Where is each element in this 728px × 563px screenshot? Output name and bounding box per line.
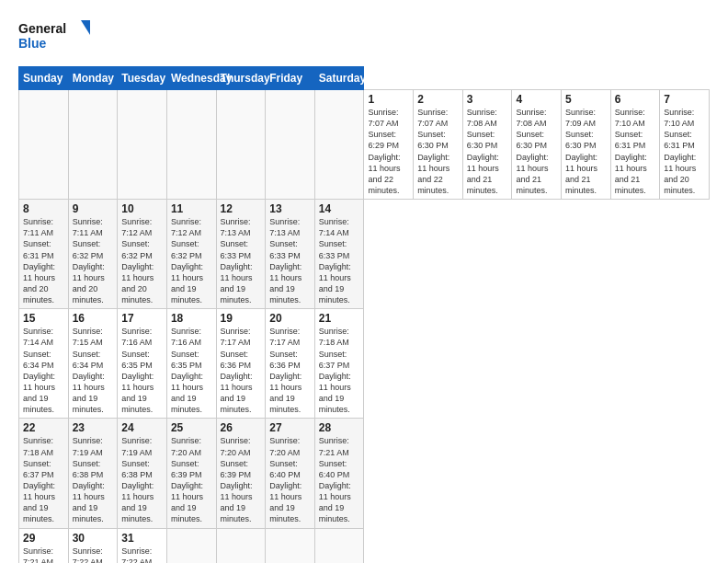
- day-info: Sunrise: 7:08 AMSunset: 6:30 PMDaylight:…: [516, 107, 557, 196]
- calendar-cell: 6 Sunrise: 7:10 AMSunset: 6:31 PMDayligh…: [610, 90, 660, 200]
- day-number: 6: [615, 93, 656, 106]
- day-info: Sunrise: 7:20 AMSunset: 6:39 PMDaylight:…: [221, 435, 262, 524]
- calendar-cell: [68, 90, 118, 200]
- day-info: Sunrise: 7:11 AMSunset: 6:31 PMDaylight:…: [23, 216, 64, 305]
- day-info: Sunrise: 7:22 AMSunset: 6:42 PMDaylight:…: [121, 546, 163, 564]
- day-number: 21: [319, 312, 360, 325]
- day-info: Sunrise: 7:19 AMSunset: 6:38 PMDaylight:…: [121, 435, 163, 524]
- calendar-cell: [118, 90, 167, 200]
- logo-svg: General Blue: [18, 17, 92, 57]
- calendar-cell: 21 Sunrise: 7:18 AMSunset: 6:37 PMDaylig…: [314, 309, 364, 419]
- week-row-5: 29 Sunrise: 7:21 AMSunset: 6:41 PMDaylig…: [19, 528, 710, 563]
- day-number: 26: [221, 421, 262, 434]
- calendar-cell: 15 Sunrise: 7:14 AMSunset: 6:34 PMDaylig…: [19, 309, 69, 419]
- day-info: Sunrise: 7:10 AMSunset: 6:31 PMDaylight:…: [664, 107, 705, 196]
- weekday-header-row: SundayMondayTuesdayWednesdayThursdayFrid…: [19, 67, 710, 90]
- calendar-cell: 10 Sunrise: 7:12 AMSunset: 6:32 PMDaylig…: [118, 200, 167, 309]
- day-number: 8: [23, 202, 64, 215]
- logo: General Blue: [18, 17, 92, 57]
- day-number: 20: [269, 312, 311, 325]
- day-info: Sunrise: 7:21 AMSunset: 6:40 PMDaylight:…: [319, 435, 360, 524]
- calendar-cell: 3 Sunrise: 7:08 AMSunset: 6:30 PMDayligh…: [462, 90, 512, 200]
- calendar-cell: 9 Sunrise: 7:11 AMSunset: 6:32 PMDayligh…: [68, 200, 118, 309]
- day-info: Sunrise: 7:11 AMSunset: 6:32 PMDaylight:…: [73, 216, 114, 305]
- day-info: Sunrise: 7:14 AMSunset: 6:34 PMDaylight:…: [23, 326, 64, 415]
- day-number: 11: [171, 202, 212, 215]
- calendar-cell: 7 Sunrise: 7:10 AMSunset: 6:31 PMDayligh…: [660, 90, 710, 200]
- calendar-cell: 27 Sunrise: 7:20 AMSunset: 6:40 PMDaylig…: [266, 419, 315, 528]
- day-info: Sunrise: 7:14 AMSunset: 6:33 PMDaylight:…: [319, 216, 360, 305]
- day-number: 1: [368, 93, 409, 106]
- week-row-3: 15 Sunrise: 7:14 AMSunset: 6:34 PMDaylig…: [19, 309, 710, 419]
- day-info: Sunrise: 7:08 AMSunset: 6:30 PMDaylight:…: [467, 107, 508, 196]
- day-number: 23: [73, 421, 114, 434]
- day-info: Sunrise: 7:07 AMSunset: 6:29 PMDaylight:…: [368, 107, 409, 196]
- week-row-4: 22 Sunrise: 7:18 AMSunset: 6:37 PMDaylig…: [19, 419, 710, 528]
- weekday-sunday: Sunday: [19, 67, 69, 90]
- calendar-cell: 11 Sunrise: 7:12 AMSunset: 6:32 PMDaylig…: [166, 200, 216, 309]
- day-number: 7: [664, 93, 705, 106]
- day-info: Sunrise: 7:09 AMSunset: 6:30 PMDaylight:…: [565, 107, 607, 196]
- day-info: Sunrise: 7:20 AMSunset: 6:40 PMDaylight:…: [269, 435, 311, 524]
- calendar-cell: 12 Sunrise: 7:13 AMSunset: 6:33 PMDaylig…: [216, 200, 266, 309]
- weekday-monday: Monday: [68, 67, 118, 90]
- calendar-cell: [166, 90, 216, 200]
- weekday-tuesday: Tuesday: [118, 67, 167, 90]
- day-info: Sunrise: 7:22 AMSunset: 6:41 PMDaylight:…: [73, 546, 114, 564]
- day-info: Sunrise: 7:18 AMSunset: 6:37 PMDaylight:…: [319, 326, 360, 415]
- calendar-cell: 14 Sunrise: 7:14 AMSunset: 6:33 PMDaylig…: [314, 200, 364, 309]
- day-number: 25: [171, 421, 212, 434]
- day-info: Sunrise: 7:13 AMSunset: 6:33 PMDaylight:…: [269, 216, 311, 305]
- day-number: 17: [121, 312, 163, 325]
- day-number: 28: [319, 421, 360, 434]
- day-info: Sunrise: 7:17 AMSunset: 6:36 PMDaylight:…: [269, 326, 311, 415]
- calendar-cell: 29 Sunrise: 7:21 AMSunset: 6:41 PMDaylig…: [19, 528, 69, 563]
- calendar-cell: 5 Sunrise: 7:09 AMSunset: 6:30 PMDayligh…: [562, 90, 611, 200]
- week-row-2: 8 Sunrise: 7:11 AMSunset: 6:31 PMDayligh…: [19, 200, 710, 309]
- calendar-cell: [314, 528, 364, 563]
- day-info: Sunrise: 7:20 AMSunset: 6:39 PMDaylight:…: [171, 435, 212, 524]
- calendar-cell: 25 Sunrise: 7:20 AMSunset: 6:39 PMDaylig…: [166, 419, 216, 528]
- calendar-cell: 4 Sunrise: 7:08 AMSunset: 6:30 PMDayligh…: [512, 90, 562, 200]
- weekday-thursday: Thursday: [216, 67, 266, 90]
- day-number: 27: [269, 421, 311, 434]
- day-number: 4: [516, 93, 557, 106]
- day-number: 22: [23, 421, 64, 434]
- svg-marker-2: [81, 20, 90, 35]
- day-number: 24: [121, 421, 163, 434]
- calendar-cell: 22 Sunrise: 7:18 AMSunset: 6:37 PMDaylig…: [19, 419, 69, 528]
- calendar-cell: 31 Sunrise: 7:22 AMSunset: 6:42 PMDaylig…: [118, 528, 167, 563]
- calendar-cell: 1 Sunrise: 7:07 AMSunset: 6:29 PMDayligh…: [364, 90, 414, 200]
- day-info: Sunrise: 7:13 AMSunset: 6:33 PMDaylight:…: [221, 216, 262, 305]
- day-info: Sunrise: 7:15 AMSunset: 6:34 PMDaylight:…: [73, 326, 114, 415]
- day-number: 10: [121, 202, 163, 215]
- calendar-cell: [216, 90, 266, 200]
- day-info: Sunrise: 7:12 AMSunset: 6:32 PMDaylight:…: [121, 216, 163, 305]
- calendar-cell: 18 Sunrise: 7:16 AMSunset: 6:35 PMDaylig…: [166, 309, 216, 419]
- day-info: Sunrise: 7:10 AMSunset: 6:31 PMDaylight:…: [615, 107, 656, 196]
- day-number: 2: [417, 93, 459, 106]
- calendar-cell: [266, 90, 315, 200]
- day-number: 5: [565, 93, 607, 106]
- calendar-table: SundayMondayTuesdayWednesdayThursdayFrid…: [18, 66, 710, 563]
- day-info: Sunrise: 7:16 AMSunset: 6:35 PMDaylight:…: [171, 326, 212, 415]
- header: General Blue: [18, 17, 710, 57]
- day-number: 15: [23, 312, 64, 325]
- day-number: 30: [73, 532, 114, 545]
- calendar-cell: 30 Sunrise: 7:22 AMSunset: 6:41 PMDaylig…: [68, 528, 118, 563]
- day-number: 18: [171, 312, 212, 325]
- calendar-cell: 2 Sunrise: 7:07 AMSunset: 6:30 PMDayligh…: [414, 90, 463, 200]
- day-info: Sunrise: 7:18 AMSunset: 6:37 PMDaylight:…: [23, 435, 64, 524]
- calendar-cell: [166, 528, 216, 563]
- day-number: 14: [319, 202, 360, 215]
- calendar-cell: [314, 90, 364, 200]
- calendar-cell: 26 Sunrise: 7:20 AMSunset: 6:39 PMDaylig…: [216, 419, 266, 528]
- svg-text:General: General: [18, 21, 66, 36]
- calendar-cell: 28 Sunrise: 7:21 AMSunset: 6:40 PMDaylig…: [314, 419, 364, 528]
- day-number: 29: [23, 532, 64, 545]
- day-number: 13: [269, 202, 311, 215]
- day-info: Sunrise: 7:21 AMSunset: 6:41 PMDaylight:…: [23, 546, 64, 564]
- day-number: 16: [73, 312, 114, 325]
- weekday-friday: Friday: [266, 67, 315, 90]
- day-info: Sunrise: 7:12 AMSunset: 6:32 PMDaylight:…: [171, 216, 212, 305]
